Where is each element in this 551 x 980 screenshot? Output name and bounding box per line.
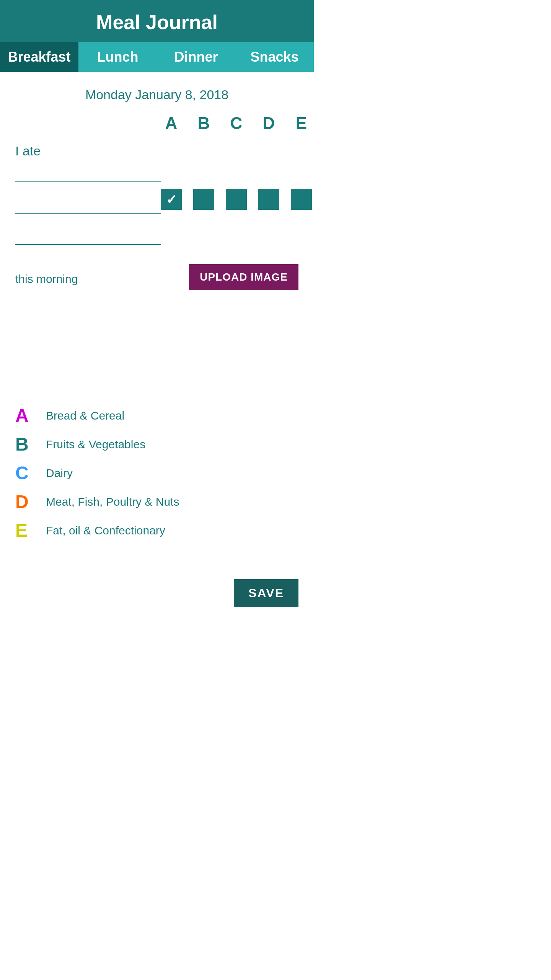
col-label-e: E (291, 114, 312, 133)
legend-letter-c: C (15, 462, 38, 483)
tabs-bar: Breakfast Lunch Dinner Snacks (0, 42, 314, 72)
save-row: SAVE (0, 579, 314, 607)
checkbox-d[interactable] (258, 189, 279, 210)
legend-desc-c: Dairy (46, 467, 73, 480)
form-left-iate: I ate (15, 139, 161, 256)
legend-item-c: C Dairy (15, 462, 298, 483)
checkbox-b[interactable] (193, 189, 214, 210)
legend-desc-a: Bread & Cereal (46, 409, 124, 422)
legend-letter-b: B (15, 434, 38, 455)
checkbox-e[interactable] (291, 189, 312, 210)
food-input-2[interactable] (15, 194, 161, 214)
upload-section: this morning UPLOAD IMAGE (0, 260, 314, 290)
col-label-c: C (226, 114, 247, 133)
date-label: Monday January 8, 2018 (0, 87, 314, 102)
i-ate-label: I ate (15, 144, 41, 158)
legend-letter-d: D (15, 491, 38, 512)
upload-image-button[interactable]: UPLOAD IMAGE (189, 264, 298, 290)
this-morning-label: this morning (15, 273, 78, 286)
page-title: Meal Journal (96, 11, 218, 33)
save-button[interactable]: SAVE (234, 579, 298, 607)
tab-lunch[interactable]: Lunch (78, 42, 157, 72)
checkbox-c[interactable] (226, 189, 247, 210)
col-label-a: A (161, 114, 182, 133)
legend-section: A Bread & Cereal B Fruits & Vegetables C… (0, 405, 314, 572)
legend-letter-a: A (15, 405, 38, 426)
tab-dinner[interactable]: Dinner (157, 42, 235, 72)
col-label-d: D (258, 114, 279, 133)
col-label-b: B (193, 114, 214, 133)
checkboxes-col (161, 186, 312, 210)
column-labels-row: A B C D E (161, 114, 312, 139)
legend-desc-b: Fruits & Vegetables (46, 438, 145, 451)
legend-item-a: A Bread & Cereal (15, 405, 298, 426)
checkbox-a[interactable] (161, 189, 182, 210)
legend-item-d: D Meat, Fish, Poultry & Nuts (15, 491, 298, 512)
food-input-1[interactable] (15, 162, 161, 182)
tab-snacks[interactable]: Snacks (235, 42, 314, 72)
legend-item-e: E Fat, oil & Confectionary (15, 520, 298, 541)
food-input-3[interactable] (15, 225, 161, 245)
form-section: A B C D E (0, 114, 314, 139)
i-ate-section: I ate (0, 139, 314, 256)
form-left (15, 114, 161, 139)
legend-letter-e: E (15, 520, 38, 541)
legend-desc-d: Meat, Fish, Poultry & Nuts (46, 495, 179, 508)
tab-breakfast[interactable]: Breakfast (0, 42, 78, 72)
legend-desc-e: Fat, oil & Confectionary (46, 524, 165, 537)
legend-item-b: B Fruits & Vegetables (15, 434, 298, 455)
header: Meal Journal (0, 0, 314, 42)
